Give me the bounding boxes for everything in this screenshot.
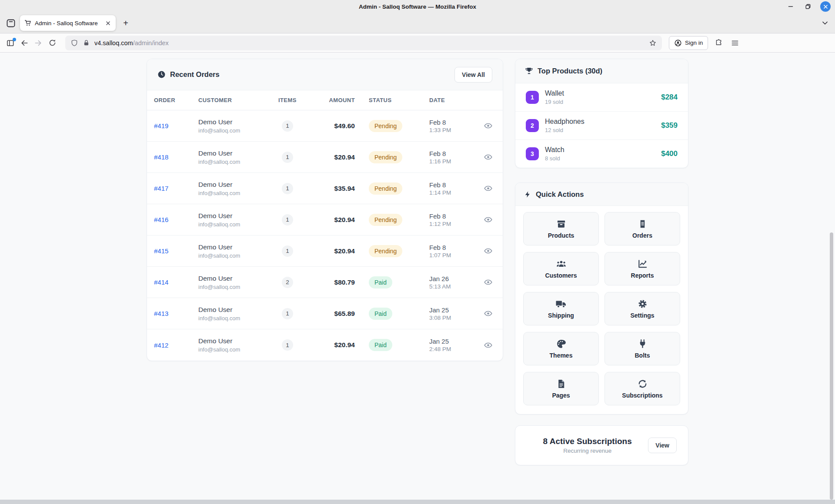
order-amount: $20.94 — [313, 247, 355, 255]
product-info: Headphones 12 sold — [545, 118, 661, 133]
browser-tab[interactable]: Admin - Salloq Software — [20, 15, 116, 31]
restore-button[interactable] — [803, 1, 813, 12]
page-scrollbar-thumb[interactable] — [830, 232, 833, 500]
quick-action-subscriptions[interactable]: Subscriptions — [605, 372, 680, 405]
order-table-row: #416 Demo User info@salloq.com 1 $20.94 … — [147, 204, 503, 235]
view-order-button[interactable] — [481, 214, 494, 225]
order-date: Feb 8 — [429, 150, 480, 157]
view-order-button[interactable] — [481, 277, 494, 288]
forward-button[interactable] — [31, 36, 45, 50]
view-order-button[interactable] — [481, 339, 494, 351]
minimize-button[interactable] — [785, 1, 796, 12]
extensions-button[interactable] — [711, 36, 725, 50]
plug-icon — [638, 339, 648, 349]
quick-action-label: Bolts — [635, 352, 650, 359]
tab-close-button[interactable] — [104, 19, 112, 27]
order-amount: $80.79 — [313, 279, 355, 286]
view-order-button[interactable] — [481, 245, 494, 257]
product-price: $400 — [661, 149, 678, 158]
quick-action-label: Customers — [545, 272, 577, 279]
quick-action-shipping[interactable]: Shipping — [523, 292, 599, 325]
quick-action-customers[interactable]: Customers — [523, 252, 599, 285]
top-products-card: Top Products (30d) 1 Wallet 19 sold $284 — [515, 59, 688, 168]
quick-action-pages[interactable]: Pages — [523, 372, 599, 405]
order-id-link[interactable]: #413 — [154, 310, 198, 317]
items-cell: 1 — [278, 152, 313, 163]
view-order-button[interactable] — [481, 308, 494, 319]
view-all-button[interactable]: View All — [454, 67, 492, 83]
top-products-title: Top Products (30d) — [538, 67, 602, 75]
subscriptions-subtitle: Recurring revenue — [527, 448, 648, 454]
url-path: /admin/index — [133, 40, 169, 46]
order-id-link[interactable]: #417 — [154, 185, 198, 192]
top-product-row: 2 Headphones 12 sold $359 — [515, 112, 688, 140]
url-bar[interactable]: v4.salloq.com/admin/index — [65, 36, 662, 50]
product-price: $284 — [661, 93, 678, 102]
date-cell: Feb 8 1:14 PM — [429, 181, 480, 196]
back-arrow-icon — [20, 39, 29, 47]
view-order-button[interactable] — [481, 183, 494, 194]
quick-action-bolts[interactable]: Bolts — [605, 332, 680, 365]
view-order-button[interactable] — [481, 120, 494, 132]
column-order: ORDER — [154, 97, 198, 103]
top-product-row: 1 Wallet 19 sold $284 — [515, 83, 688, 112]
product-sold-count: 12 sold — [545, 127, 661, 133]
date-cell: Feb 8 1:12 PM — [429, 212, 480, 227]
top-product-row: 3 Watch 8 sold $400 — [515, 140, 688, 168]
order-id-link[interactable]: #412 — [154, 342, 198, 349]
items-count-badge: 2 — [282, 277, 293, 288]
extensions-icon — [715, 39, 723, 47]
order-id-link[interactable]: #415 — [154, 247, 198, 255]
eye-icon — [484, 341, 493, 350]
order-id-link[interactable]: #414 — [154, 279, 198, 286]
items-count-badge: 1 — [282, 339, 293, 351]
quick-action-orders[interactable]: Orders — [605, 212, 680, 245]
customer-email: info@salloq.com — [198, 127, 278, 134]
bookmark-star-button[interactable] — [649, 39, 657, 47]
quick-actions-grid: Products Orders — [515, 206, 688, 414]
quick-action-label: Subscriptions — [622, 392, 662, 399]
quick-action-label: Themes — [550, 352, 573, 359]
column-customer: CUSTOMER — [198, 97, 278, 103]
recent-orders-title: Recent Orders — [170, 70, 220, 79]
order-time: 1:12 PM — [429, 221, 480, 227]
quick-action-settings[interactable]: Settings — [605, 292, 680, 325]
firefox-view-button[interactable] — [3, 16, 18, 30]
sign-in-button[interactable]: Sign in — [669, 36, 708, 50]
customer-cell: Demo User info@salloq.com — [198, 337, 278, 353]
box-icon — [556, 219, 566, 229]
order-time: 1:14 PM — [429, 189, 480, 196]
order-id-link[interactable]: #418 — [154, 153, 198, 161]
customer-email: info@salloq.com — [198, 221, 278, 228]
customer-email: info@salloq.com — [198, 315, 278, 322]
new-tab-button[interactable]: + — [119, 17, 132, 30]
order-time: 3:08 PM — [429, 315, 480, 321]
date-cell: Feb 8 1:07 PM — [429, 244, 480, 259]
tab-title: Admin - Salloq Software — [35, 20, 104, 27]
sidebar-toggle-button[interactable] — [3, 36, 17, 50]
quick-action-products[interactable]: Products — [523, 212, 599, 245]
quick-action-themes[interactable]: Themes — [523, 332, 599, 365]
column-date: DATE — [429, 97, 480, 103]
customer-email: info@salloq.com — [198, 284, 278, 290]
date-cell: Feb 8 1:33 PM — [429, 119, 480, 133]
app-menu-button[interactable] — [728, 36, 742, 50]
back-button[interactable] — [17, 36, 31, 50]
order-table-row: #415 Demo User info@salloq.com 1 $20.94 … — [147, 235, 503, 267]
list-all-tabs-button[interactable] — [818, 17, 832, 30]
notification-dot — [13, 38, 16, 41]
order-time: 1:33 PM — [429, 127, 480, 133]
chart-line-icon — [638, 259, 648, 269]
view-subscriptions-button[interactable]: View — [648, 438, 677, 453]
date-cell: Jan 25 2:48 PM — [429, 338, 480, 352]
quick-action-reports[interactable]: Reports — [605, 252, 680, 285]
order-id-link[interactable]: #416 — [154, 216, 198, 223]
sign-in-label: Sign in — [685, 40, 703, 46]
reload-button[interactable] — [45, 36, 59, 50]
truck-icon — [555, 299, 567, 309]
order-time: 1:16 PM — [429, 158, 480, 165]
close-button[interactable] — [820, 1, 831, 12]
view-order-button[interactable] — [481, 152, 494, 163]
order-id-link[interactable]: #419 — [154, 122, 198, 129]
quick-action-label: Products — [548, 232, 574, 239]
